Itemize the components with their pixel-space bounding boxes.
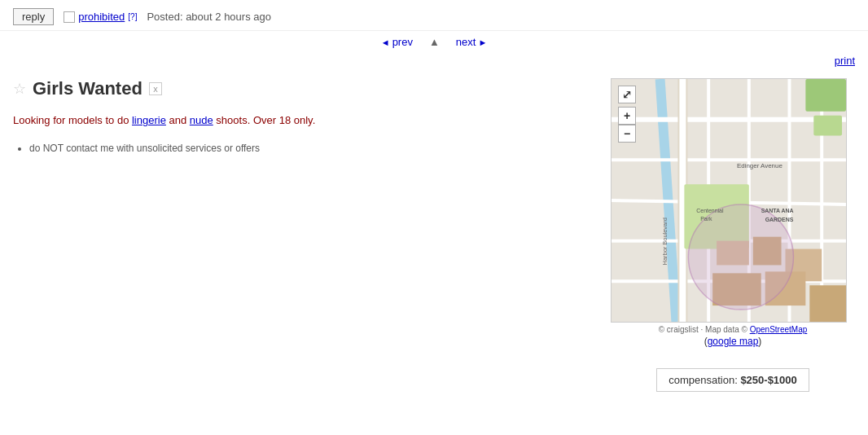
posted-info: Posted: about 2 hours ago [147,11,271,23]
svg-text:Centennial: Centennial [696,208,724,213]
right-column: Edinger Avenue Centennial Park SANTA ANA… [611,78,855,392]
map-container: Edinger Avenue Centennial Park SANTA ANA… [611,78,847,323]
map-attribution: © craigslist · Map data © OpenStreetMap [611,325,855,334]
google-map-link[interactable]: google map [708,336,759,347]
print-area: print [0,53,868,70]
next-arrow-icon: ► [478,37,487,47]
prev-label: prev [392,36,413,48]
close-icon[interactable]: x [149,82,162,95]
compensation-label: compensation: [669,374,738,386]
print-link[interactable]: print [835,55,855,67]
list-item: do NOT contact me with unsolicited servi… [29,143,594,154]
map-svg: Edinger Avenue Centennial Park SANTA ANA… [612,79,846,322]
content-area: ☆ Girls Wanted x Looking for models to d… [0,70,868,400]
svg-text:Park: Park [700,216,712,222]
compensation-amount: $250-$1000 [740,374,796,386]
star-icon[interactable]: ☆ [13,80,26,98]
next-link[interactable]: next ► [456,36,487,48]
lingerie-link[interactable]: lingerie [132,114,166,126]
svg-text:GARDENS: GARDENS [765,217,794,222]
compensation-box: compensation: $250-$1000 [656,368,809,392]
prev-link[interactable]: ◄ prev [381,36,413,48]
zoom-out-button[interactable]: − [618,125,636,143]
svg-text:Edinger Avenue: Edinger Avenue [737,162,783,169]
prohibited-link[interactable]: prohibited [78,11,125,23]
fullscreen-button[interactable]: ⤢ [618,86,636,103]
map-controls: ⤢ + − [618,86,636,143]
compensation-wrapper: compensation: $250-$1000 [611,357,855,392]
reply-button[interactable]: reply [13,8,54,25]
post-title-row: ☆ Girls Wanted x [13,78,594,99]
next-label: next [456,36,476,48]
osm-link[interactable]: OpenStreetMap [750,325,808,334]
top-bar: reply prohibited [?] Posted: about 2 hou… [0,0,868,31]
post-title: Girls Wanted [33,78,142,99]
up-icon[interactable]: ▲ [429,36,440,48]
post-body: Looking for models to do lingerie and nu… [13,112,594,130]
google-map-area: (google map) [611,336,855,347]
svg-text:SANTA ANA: SANTA ANA [761,208,794,213]
prohibited-checkbox[interactable] [64,11,75,23]
svg-text:Harbor Boulevard: Harbor Boulevard [661,218,669,265]
bullet-list: do NOT contact me with unsolicited servi… [29,143,594,154]
nude-link[interactable]: nude [190,114,213,126]
left-column: ☆ Girls Wanted x Looking for models to d… [13,78,594,392]
prohibited-area: prohibited [?] [64,11,137,23]
navigation-bar: ◄ prev ▲ next ► [0,31,868,53]
prohibited-sup: [?] [128,12,137,21]
svg-rect-20 [809,285,846,322]
svg-rect-13 [805,79,846,112]
svg-rect-14 [813,116,842,136]
zoom-in-button[interactable]: + [618,107,636,125]
prev-arrow-icon: ◄ [381,37,390,47]
